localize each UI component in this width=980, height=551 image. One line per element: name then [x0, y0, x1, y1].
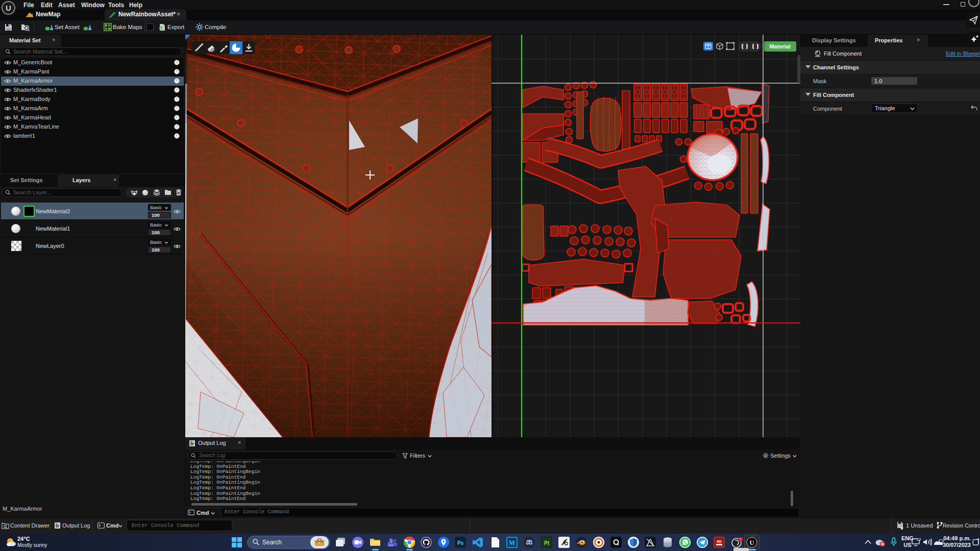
svg-text:T: T: [390, 540, 393, 544]
svg-text:M: M: [509, 539, 514, 546]
svg-text:Material: Material: [769, 43, 791, 49]
svg-text:Ps: Ps: [457, 540, 464, 546]
svg-text:Pt: Pt: [544, 540, 550, 546]
svg-text:U: U: [749, 539, 754, 546]
svg-text:RD: RD: [717, 540, 722, 543]
